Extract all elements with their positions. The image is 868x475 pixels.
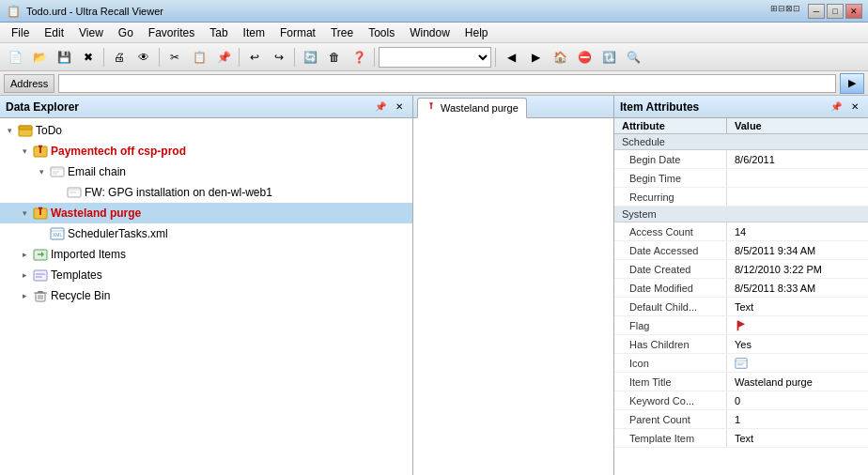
menu-favorites[interactable]: Favorites — [141, 23, 202, 42]
separator-4 — [294, 48, 295, 67]
data-explorer-pin-button[interactable]: 📌 — [373, 100, 388, 115]
search-button[interactable]: 🔍 — [622, 46, 644, 69]
attributes-title: Item Attributes — [620, 100, 825, 114]
label-email-chain: Email chain — [66, 165, 126, 178]
menu-tree[interactable]: Tree — [323, 23, 361, 42]
tree-item-paymentech[interactable]: ▾ Paymentech off csp-prod — [0, 141, 412, 161]
window-title: Todo.urd - Ultra Recall Viewer — [26, 6, 770, 17]
separator-6 — [495, 48, 496, 67]
copy-button[interactable]: 📋 — [188, 46, 210, 69]
paste-button[interactable]: 📌 — [212, 46, 235, 69]
attr-value-recurring — [727, 188, 868, 206]
tree-item-templates[interactable]: ▸ Templates — [0, 265, 412, 285]
tree-item-fw-gpg[interactable]: ▸ FW: GPG installation on den-wl-web1 — [0, 182, 412, 203]
expander-todo[interactable]: ▾ — [2, 123, 17, 138]
save-button[interactable]: 💾 — [53, 46, 75, 69]
separator-1 — [103, 48, 104, 67]
expander-wasteland[interactable]: ▾ — [17, 206, 32, 221]
format-combo[interactable] — [379, 47, 491, 68]
attr-name-date-modified: Date Modified — [614, 279, 727, 297]
cut-button[interactable]: ✂ — [163, 46, 186, 69]
attr-name-has-children: Has Children — [614, 335, 727, 353]
home-button[interactable]: 🏠 — [549, 46, 571, 69]
expander-email[interactable]: ▾ — [34, 164, 49, 179]
data-explorer-close-button[interactable]: ✕ — [392, 100, 407, 115]
menu-edit[interactable]: Edit — [37, 23, 71, 42]
attr-row-date-created: Date Created 8/12/2010 3:22 PM — [614, 260, 868, 279]
tree-item-todo[interactable]: ▾ ToDo — [0, 120, 412, 141]
expander-paymentech[interactable]: ▾ — [17, 144, 32, 159]
tab-wasteland[interactable]: Wasteland purge — [417, 98, 527, 118]
icon-recycle — [32, 287, 49, 304]
section-schedule: Schedule — [614, 134, 868, 150]
attr-value-flag — [727, 316, 868, 334]
forward-button[interactable]: ▶ — [524, 46, 547, 69]
open-button[interactable]: 📂 — [28, 46, 51, 69]
menu-help[interactable]: Help — [457, 23, 496, 42]
middle-panel: Wasteland purge — [413, 96, 614, 475]
close-file-button[interactable]: ✖ — [77, 46, 100, 69]
attr-row-item-title: Item Title Wasteland purge — [614, 373, 868, 391]
svg-rect-1 — [19, 126, 32, 130]
tree-content[interactable]: ▾ ToDo ▾ Paymentech off csp-prod — [0, 118, 412, 475]
attributes-header: Item Attributes 📌 ✕ — [614, 96, 868, 118]
menu-bar: File Edit View Go Favorites Tab Item For… — [0, 23, 868, 43]
menu-tools[interactable]: Tools — [361, 23, 402, 42]
attributes-pin-button[interactable]: 📌 — [829, 100, 844, 115]
attr-name-item-title: Item Title — [614, 373, 727, 391]
attr-value-access-count: 14 — [727, 222, 868, 240]
tree-item-scheduler[interactable]: ▸ XML SchedulerTasks.xml — [0, 223, 412, 244]
menu-view[interactable]: View — [71, 23, 111, 42]
label-templates: Templates — [49, 268, 102, 282]
maximize-button[interactable]: □ — [827, 4, 844, 19]
expander-scheduler[interactable]: ▸ — [34, 226, 49, 241]
attributes-close-button[interactable]: ✕ — [847, 100, 862, 115]
tree-item-imported[interactable]: ▸ Imported Items — [0, 244, 412, 265]
attr-value-keyword-count: 0 — [727, 391, 868, 409]
tree-item-email-chain[interactable]: ▾ Email chain — [0, 161, 412, 182]
attr-row-template-item: Template Item Text — [614, 429, 868, 448]
delete-button[interactable]: 🗑 — [323, 46, 346, 69]
menu-file[interactable]: File — [4, 23, 37, 42]
attr-name-template-item: Template Item — [614, 429, 727, 447]
icon-templates — [32, 267, 49, 283]
menu-tab[interactable]: Tab — [202, 23, 235, 42]
help-button[interactable]: ❓ — [348, 46, 370, 69]
tree-item-recycle[interactable]: ▸ Recycle Bin — [0, 285, 412, 306]
sync-button[interactable]: 🔄 — [299, 46, 321, 69]
new-button[interactable]: 📄 — [4, 46, 26, 69]
flag-icon — [735, 319, 748, 332]
attr-row-parent-count: Parent Count 1 — [614, 410, 868, 429]
svg-rect-4 — [39, 148, 41, 153]
expander-fw[interactable]: ▸ — [51, 185, 66, 200]
address-label: Address — [4, 74, 54, 93]
minimize-button[interactable]: ─ — [808, 4, 825, 19]
print-button[interactable]: 🖨 — [108, 46, 131, 69]
stop-button[interactable]: ⛔ — [573, 46, 596, 69]
close-button[interactable]: ✕ — [845, 4, 862, 19]
expander-imported[interactable]: ▸ — [17, 247, 32, 262]
redo-button[interactable]: ↪ — [268, 46, 290, 69]
attr-row-date-accessed: Date Accessed 8/5/2011 9:34 AM — [614, 241, 868, 260]
undo-button[interactable]: ↩ — [243, 46, 266, 69]
back-button[interactable]: ◀ — [500, 46, 522, 69]
address-input[interactable] — [58, 74, 836, 93]
menu-item[interactable]: Item — [236, 23, 272, 42]
menu-format[interactable]: Format — [272, 23, 323, 42]
separator-3 — [239, 48, 240, 67]
toolbar: 📄 📂 💾 ✖ 🖨 👁 ✂ 📋 📌 ↩ ↪ 🔄 🗑 ❓ ◀ ▶ 🏠 ⛔ 🔃 🔍 — [0, 43, 868, 71]
attr-row-access-count: Access Count 14 — [614, 222, 868, 241]
menu-window[interactable]: Window — [402, 23, 457, 42]
preview-button[interactable]: 👁 — [132, 46, 155, 69]
refresh-button[interactable]: 🔃 — [597, 46, 620, 69]
tree-item-wasteland[interactable]: ▾ Wasteland purge — [0, 203, 412, 223]
svg-marker-32 — [738, 320, 745, 327]
menu-go[interactable]: Go — [111, 23, 141, 42]
attr-row-icon: Icon — [614, 354, 868, 373]
attr-name-recurring: Recurring — [614, 188, 727, 206]
expander-recycle[interactable]: ▸ — [17, 288, 32, 303]
expander-templates[interactable]: ▸ — [17, 268, 32, 283]
system-tray: ⊞⊟⊠⊡ — [770, 4, 800, 19]
attr-row-recurring: Recurring — [614, 188, 868, 207]
address-go-button[interactable]: ▶ — [840, 73, 864, 94]
